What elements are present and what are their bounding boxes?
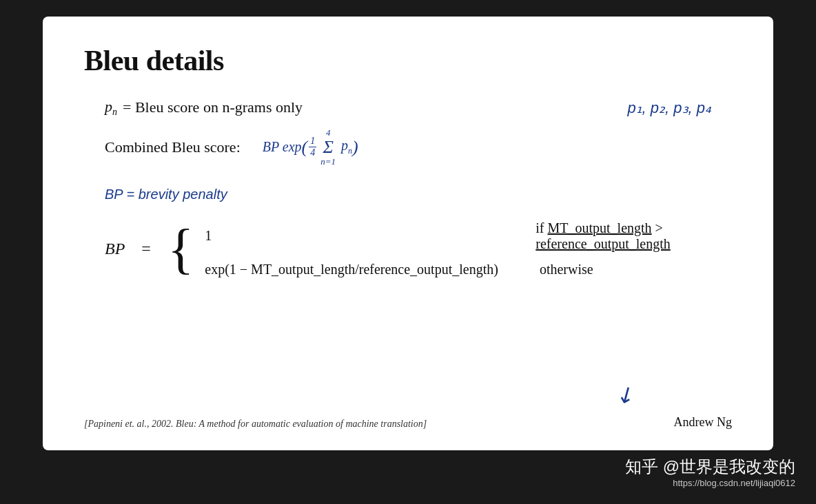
handwritten-p-values: p₁, p₂, p₃, p₄ <box>627 99 711 117</box>
reference-text: [Papineni et. al., 2002. Bleu: A method … <box>84 419 427 430</box>
brace-container: { 1 if MT_output_length > reference_outp… <box>167 220 732 277</box>
case-row-1: 1 if MT_output_length > reference_output… <box>205 220 732 252</box>
cases-container: 1 if MT_output_length > reference_output… <box>205 220 732 277</box>
watermark-text: 知乎 @世界是我改变的 <box>625 456 795 478</box>
left-brace: { <box>167 221 194 276</box>
combined-label: Combined Bleu score: <box>105 138 241 156</box>
case1-ref-length: reference_output_length <box>536 236 670 251</box>
watermark-bar: 知乎 @世界是我改变的 https://blog.csdn.net/lijiaq… <box>0 456 816 488</box>
combined-bleu-line: Combined Bleu score: BP exp ( 1 4 4 Σ n=… <box>105 127 732 167</box>
slide-title: Bleu details <box>84 44 732 77</box>
bp-formula-container: BP = { 1 if MT_output_length > reference… <box>105 220 732 277</box>
author-name: Andrew Ng <box>674 415 732 430</box>
case1-condition: if MT_output_length > reference_output_l… <box>536 220 732 252</box>
bp-equals: = <box>141 240 151 258</box>
slide-footer: [Papineni et. al., 2002. Bleu: A method … <box>84 408 732 430</box>
case2-condition: otherwise <box>540 262 593 277</box>
content-area: pn = Bleu score on n-grams only Combined… <box>84 98 732 408</box>
bp-label: BP <box>105 240 125 258</box>
handwritten-bp-label: BP = brevity penalty <box>105 187 732 202</box>
case1-mt-length: MT_output_length <box>548 220 652 235</box>
case2-formula: exp(1 − MT_output_length/reference_outpu… <box>205 262 498 277</box>
combined-formula: BP exp ( 1 4 4 Σ n=1 pn ) <box>263 127 358 167</box>
pn-equals-text: = Bleu score on n-grams only <box>123 98 303 116</box>
case1-formula: 1 <box>205 228 494 244</box>
slide-container: Bleu details p₁, p₂, p₃, p₄ pn = Bleu sc… <box>43 17 773 450</box>
pn-variable: pn <box>105 98 117 118</box>
case-row-2: exp(1 − MT_output_length/reference_outpu… <box>205 262 732 277</box>
watermark-url: https://blog.csdn.net/lijiaqi0612 <box>673 478 795 488</box>
